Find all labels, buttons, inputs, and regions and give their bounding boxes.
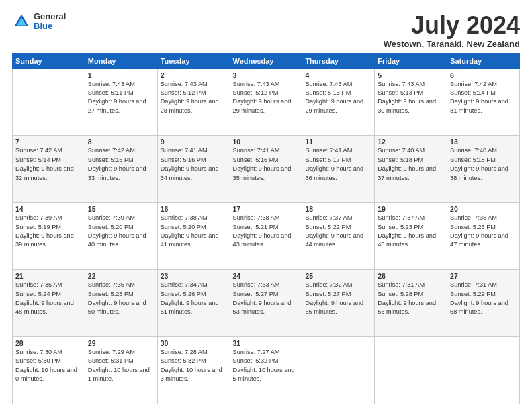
sunrise: Sunrise: 7:27 AM bbox=[233, 349, 280, 355]
daylight: Daylight: 9 hours and 45 minutes. bbox=[378, 232, 436, 248]
day-info: Sunrise: 7:37 AM Sunset: 5:23 PM Dayligh… bbox=[378, 214, 444, 249]
day-number: 18 bbox=[305, 205, 371, 213]
day-number: 14 bbox=[15, 205, 82, 213]
calendar-week-4: 28 Sunrise: 7:30 AM Sunset: 5:30 PM Dayl… bbox=[13, 337, 520, 404]
day-number: 10 bbox=[233, 138, 300, 146]
sunset: Sunset: 5:16 PM bbox=[233, 156, 279, 163]
daylight: Daylight: 9 hours and 35 minutes. bbox=[233, 165, 292, 181]
day-info: Sunrise: 7:29 AM Sunset: 5:31 PM Dayligh… bbox=[88, 348, 154, 383]
day-info: Sunrise: 7:35 AM Sunset: 5:25 PM Dayligh… bbox=[88, 281, 154, 316]
day-info: Sunrise: 7:42 AM Sunset: 5:14 PM Dayligh… bbox=[15, 146, 82, 182]
calendar-week-1: 7 Sunrise: 7:42 AM Sunset: 5:14 PM Dayli… bbox=[13, 136, 520, 203]
month-title: July 2024 bbox=[384, 12, 520, 39]
sunrise: Sunrise: 7:37 AM bbox=[305, 214, 352, 221]
sunset: Sunset: 5:24 PM bbox=[15, 291, 61, 298]
daylight: Daylight: 9 hours and 51 minutes. bbox=[161, 300, 219, 315]
day-number: 5 bbox=[378, 71, 444, 79]
calendar-cell: 3 Sunrise: 7:43 AM Sunset: 5:12 PM Dayli… bbox=[230, 68, 302, 136]
day-number: 2 bbox=[161, 71, 227, 79]
day-info: Sunrise: 7:35 AM Sunset: 5:24 PM Dayligh… bbox=[15, 281, 82, 316]
calendar-cell: 15 Sunrise: 7:39 AM Sunset: 5:20 PM Dayl… bbox=[85, 203, 157, 270]
day-info: Sunrise: 7:42 AM Sunset: 5:15 PM Dayligh… bbox=[88, 146, 154, 182]
calendar-week-2: 14 Sunrise: 7:39 AM Sunset: 5:19 PM Dayl… bbox=[13, 203, 520, 270]
calendar-cell: 4 Sunrise: 7:43 AM Sunset: 5:13 PM Dayli… bbox=[302, 68, 375, 136]
sunrise: Sunrise: 7:39 AM bbox=[88, 214, 135, 221]
sunrise: Sunrise: 7:38 AM bbox=[233, 214, 280, 221]
day-number: 1 bbox=[88, 71, 154, 79]
sunrise: Sunrise: 7:37 AM bbox=[378, 214, 425, 221]
day-number: 13 bbox=[450, 138, 517, 146]
daylight: Daylight: 9 hours and 50 minutes. bbox=[88, 300, 146, 315]
sunrise: Sunrise: 7:31 AM bbox=[450, 281, 497, 288]
sunrise: Sunrise: 7:43 AM bbox=[378, 81, 425, 87]
daylight: Daylight: 10 hours and 5 minutes. bbox=[233, 367, 295, 382]
day-number: 15 bbox=[88, 205, 154, 213]
calendar-cell: 16 Sunrise: 7:38 AM Sunset: 5:20 PM Dayl… bbox=[157, 203, 230, 270]
day-info: Sunrise: 7:38 AM Sunset: 5:21 PM Dayligh… bbox=[233, 214, 300, 249]
sunset: Sunset: 5:20 PM bbox=[161, 224, 206, 230]
header-sunday: Sunday bbox=[13, 53, 85, 68]
day-number: 9 bbox=[161, 138, 227, 146]
daylight: Daylight: 9 hours and 29 minutes. bbox=[305, 98, 363, 113]
sunset: Sunset: 5:13 PM bbox=[305, 89, 351, 96]
daylight: Daylight: 10 hours and 0 minutes. bbox=[15, 367, 77, 382]
calendar-cell bbox=[375, 337, 447, 404]
day-info: Sunrise: 7:38 AM Sunset: 5:20 PM Dayligh… bbox=[161, 214, 227, 249]
sunrise: Sunrise: 7:42 AM bbox=[88, 147, 135, 154]
calendar-cell: 24 Sunrise: 7:33 AM Sunset: 5:27 PM Dayl… bbox=[230, 270, 302, 337]
day-info: Sunrise: 7:40 AM Sunset: 5:18 PM Dayligh… bbox=[450, 146, 517, 182]
day-number: 29 bbox=[88, 339, 154, 347]
daylight: Daylight: 9 hours and 55 minutes. bbox=[305, 300, 363, 315]
header-wednesday: Wednesday bbox=[230, 53, 302, 68]
day-number: 27 bbox=[450, 272, 517, 280]
logo-text: General Blue bbox=[34, 12, 66, 32]
day-info: Sunrise: 7:41 AM Sunset: 5:16 PM Dayligh… bbox=[233, 146, 300, 182]
sunset: Sunset: 5:16 PM bbox=[161, 156, 206, 163]
calendar-cell: 22 Sunrise: 7:35 AM Sunset: 5:25 PM Dayl… bbox=[85, 270, 157, 337]
sunset: Sunset: 5:27 PM bbox=[305, 291, 351, 298]
calendar-cell: 19 Sunrise: 7:37 AM Sunset: 5:23 PM Dayl… bbox=[375, 203, 447, 270]
sunset: Sunset: 5:14 PM bbox=[15, 156, 61, 163]
day-number: 19 bbox=[378, 205, 444, 213]
calendar-cell: 28 Sunrise: 7:30 AM Sunset: 5:30 PM Dayl… bbox=[13, 337, 85, 404]
daylight: Daylight: 9 hours and 43 minutes. bbox=[233, 232, 292, 248]
daylight: Daylight: 9 hours and 53 minutes. bbox=[233, 300, 292, 315]
calendar-cell: 12 Sunrise: 7:40 AM Sunset: 5:18 PM Dayl… bbox=[375, 136, 447, 203]
sunset: Sunset: 5:12 PM bbox=[161, 89, 206, 96]
sunset: Sunset: 5:14 PM bbox=[450, 89, 496, 96]
day-number: 6 bbox=[450, 71, 517, 79]
page: General Blue July 2024 Westown, Taranaki… bbox=[0, 0, 532, 411]
daylight: Daylight: 9 hours and 27 minutes. bbox=[88, 98, 146, 113]
daylight: Daylight: 9 hours and 56 minutes. bbox=[378, 300, 436, 315]
sunrise: Sunrise: 7:36 AM bbox=[450, 214, 497, 221]
day-info: Sunrise: 7:41 AM Sunset: 5:17 PM Dayligh… bbox=[305, 146, 371, 182]
day-number: 24 bbox=[233, 272, 300, 280]
logo-icon bbox=[12, 12, 31, 31]
calendar-cell: 6 Sunrise: 7:42 AM Sunset: 5:14 PM Dayli… bbox=[447, 68, 520, 136]
day-info: Sunrise: 7:36 AM Sunset: 5:23 PM Dayligh… bbox=[450, 214, 517, 249]
sunrise: Sunrise: 7:35 AM bbox=[15, 281, 62, 288]
daylight: Daylight: 9 hours and 32 minutes. bbox=[15, 165, 74, 181]
sunrise: Sunrise: 7:28 AM bbox=[161, 349, 208, 355]
calendar-cell: 10 Sunrise: 7:41 AM Sunset: 5:16 PM Dayl… bbox=[230, 136, 302, 203]
logo-blue: Blue bbox=[34, 21, 66, 31]
day-info: Sunrise: 7:33 AM Sunset: 5:27 PM Dayligh… bbox=[233, 281, 300, 316]
day-info: Sunrise: 7:43 AM Sunset: 5:12 PM Dayligh… bbox=[161, 80, 227, 116]
sunset: Sunset: 5:15 PM bbox=[88, 156, 134, 163]
sunrise: Sunrise: 7:43 AM bbox=[305, 81, 352, 87]
day-number: 12 bbox=[378, 138, 444, 146]
sunset: Sunset: 5:29 PM bbox=[450, 291, 496, 298]
header-friday: Friday bbox=[375, 53, 447, 68]
calendar-cell: 7 Sunrise: 7:42 AM Sunset: 5:14 PM Dayli… bbox=[13, 136, 85, 203]
calendar-cell: 23 Sunrise: 7:34 AM Sunset: 5:26 PM Dayl… bbox=[157, 270, 230, 337]
sunrise: Sunrise: 7:42 AM bbox=[450, 81, 497, 87]
daylight: Daylight: 9 hours and 38 minutes. bbox=[450, 165, 508, 181]
calendar-cell: 9 Sunrise: 7:41 AM Sunset: 5:16 PM Dayli… bbox=[157, 136, 230, 203]
day-number: 22 bbox=[88, 272, 154, 280]
header-monday: Monday bbox=[85, 53, 157, 68]
day-number: 28 bbox=[15, 339, 82, 347]
title-section: July 2024 Westown, Taranaki, New Zealand bbox=[384, 12, 520, 49]
day-info: Sunrise: 7:28 AM Sunset: 5:32 PM Dayligh… bbox=[161, 348, 227, 383]
day-info: Sunrise: 7:42 AM Sunset: 5:14 PM Dayligh… bbox=[450, 80, 517, 116]
day-number: 7 bbox=[15, 138, 82, 146]
